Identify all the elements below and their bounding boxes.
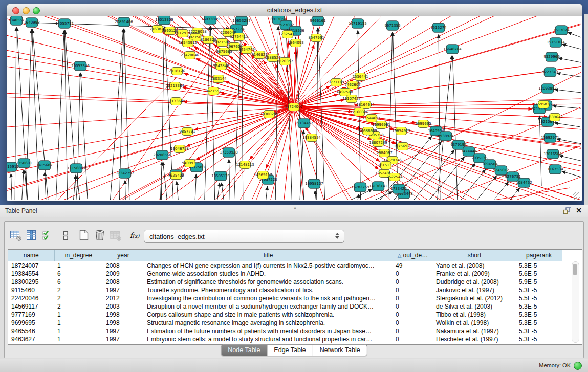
table-row[interactable]: 969969511998Structural magnetic resonanc… — [8, 319, 562, 327]
teal-graph-node[interactable]: 16648784 — [443, 45, 462, 54]
table-row[interactable]: 946554611997Estimation of the future num… — [8, 327, 562, 335]
column-header-out-de-[interactable]: △out_de… — [393, 250, 433, 261]
teal-graph-node[interactable]: 12342757 — [116, 169, 134, 178]
graph-node-label: 7515274 — [430, 26, 447, 30]
tab-node-table[interactable]: Node Table — [221, 345, 267, 356]
column-header-name[interactable]: name — [8, 250, 54, 261]
teal-graph-node[interactable]: 16958107 — [305, 179, 323, 188]
teal-graph-node[interactable]: 17016504 — [543, 149, 562, 159]
teal-graph-node[interactable]: 15751074 — [547, 38, 565, 47]
graph-edge — [14, 27, 16, 200]
table-row[interactable]: 2242004622012Investigating the contribut… — [8, 294, 562, 302]
teal-graph-node[interactable]: 15692971 — [541, 133, 559, 142]
teal-graph-node[interactable]: 16782759 — [351, 183, 369, 192]
table-cell: 1 — [54, 311, 103, 319]
teal-graph-node[interactable]: 20053346 — [71, 61, 90, 71]
function-builder-icon[interactable]: f(x) — [127, 228, 142, 243]
panel-resize-handle[interactable]: ▴ — [294, 205, 296, 210]
delete-rows-icon[interactable] — [93, 228, 107, 243]
graph-edge — [11, 173, 12, 200]
table-settings-icon[interactable] — [9, 228, 23, 243]
network-window[interactable]: citations_edges.txt 13405571640998140557… — [7, 4, 582, 201]
table-cell: Yano et al. (2008) — [433, 261, 516, 270]
graph-nodes: 1340557164099814055712208914061601330916… — [7, 16, 570, 199]
table-cell: 1997 — [103, 286, 144, 294]
graph-node-label: 1639642 — [547, 115, 562, 119]
node-table-viewport[interactable]: namein_degreeyeartitle△out_de…shortpager… — [8, 249, 582, 345]
teal-graph-node[interactable]: 1167534 — [547, 165, 563, 174]
teal-graph-node[interactable]: 9466161 — [310, 16, 325, 26]
table-header-row[interactable]: namein_degreeyeartitle△out_de…shortpager… — [8, 250, 562, 261]
graph-node-label: 23420046 — [181, 53, 199, 57]
close-panel-icon[interactable]: ✕ — [576, 206, 582, 214]
table-row[interactable]: 1456911722003Disruption of a novel membe… — [8, 302, 562, 311]
graph-node-label: 20206556 — [153, 153, 171, 157]
table-row[interactable]: 1830029562008Estimation of significance … — [8, 278, 562, 286]
new-table-icon[interactable] — [77, 228, 91, 243]
table-cell: 2003 — [103, 302, 144, 311]
teal-graph-node[interactable]: 1640998 — [24, 18, 39, 27]
column-header-year[interactable]: year — [103, 250, 144, 261]
show-column-icon[interactable] — [25, 228, 39, 243]
graph-node-label: 19654923 — [392, 129, 410, 133]
window-resize-grip[interactable] — [573, 192, 580, 200]
row-selection-icon[interactable] — [40, 228, 55, 243]
table-cell: Nakamura et al. (1997) — [433, 327, 516, 335]
table-cell: 18724007 — [8, 261, 54, 270]
yellow-graph-node[interactable]: 7462607 — [344, 81, 360, 89]
table-row[interactable]: 1872400712008Changes of HCN gene express… — [8, 261, 562, 270]
table-row[interactable]: 911546021997Tourette syndrome. Phenomeno… — [8, 286, 562, 294]
teal-graph-node[interactable]: 20206556 — [153, 150, 171, 160]
tab-network-table[interactable]: Network Table — [313, 345, 367, 356]
teal-graph-node[interactable]: 11156869 — [67, 164, 85, 173]
column-header-title[interactable]: title — [144, 250, 393, 261]
yellow-graph-node[interactable]: 12213364 — [166, 82, 184, 90]
float-panel-icon[interactable] — [563, 207, 571, 214]
yellow-graph-node[interactable]: 16046758 — [170, 145, 189, 153]
teal-graph-node[interactable]: 16033809 — [201, 16, 220, 24]
teal-graph-node[interactable]: 9329966 — [543, 52, 560, 61]
teal-graph-node[interactable]: 1084452 — [516, 178, 532, 187]
table-cell: 0 — [393, 270, 433, 278]
teal-graph-node[interactable]: 1340557 — [8, 16, 24, 25]
table-selector[interactable]: citations_edges.txt — [144, 230, 344, 243]
window-titlebar[interactable]: citations_edges.txt — [7, 4, 582, 16]
teal-graph-node[interactable]: 1517074 — [553, 26, 570, 35]
teal-graph-node[interactable]: 9671355 — [384, 21, 400, 30]
network-view[interactable]: 1340557164099814055712208914061601330916… — [7, 16, 581, 200]
teal-graph-node[interactable]: 14055712 — [55, 19, 74, 28]
scrollbar-thumb[interactable] — [573, 264, 577, 275]
yellow-graph-node[interactable]: 1864093 — [288, 39, 303, 47]
teal-graph-node[interactable]: 12093852 — [538, 84, 557, 93]
table-row[interactable]: 946362711997Embryonic stem cells: a mode… — [8, 335, 562, 343]
teal-graph-node[interactable]: 1415687 — [36, 161, 52, 170]
tab-edge-table[interactable]: Edge Table — [267, 345, 313, 356]
teal-graph-node[interactable]: 7515274 — [430, 23, 447, 32]
yellow-graph-node[interactable]: 9857791 — [179, 128, 195, 136]
table-row[interactable]: 977716911998Corpus callosum shape and si… — [8, 311, 562, 319]
column-header-pagerank[interactable]: pagerank — [516, 250, 562, 261]
teal-graph-node[interactable]: 15134457 — [295, 119, 313, 128]
network-canvas[interactable]: 1340557164099814055712208914061601330916… — [7, 16, 581, 200]
teal-graph-node[interactable]: 9245012 — [493, 166, 509, 175]
yellow-graph-node[interactable]: 19384554 — [302, 134, 321, 142]
teal-graph-node[interactable]: 10719155 — [349, 19, 367, 28]
column-header-short[interactable]: short — [433, 250, 516, 261]
table-row[interactable]: 1938455462009Genome-wide association stu… — [8, 270, 562, 278]
yellow-graph-node[interactable]: 12133649 — [167, 98, 185, 105]
column-header-in-degree[interactable]: in_degree — [54, 250, 103, 261]
graph-node-label: 8547991 — [308, 36, 324, 40]
teal-graph-node[interactable]: 9227343 — [542, 68, 558, 77]
table-selector-value: citations_edges.txt — [149, 233, 205, 240]
yellow-graph-node[interactable]: 23420046 — [181, 52, 199, 59]
yellow-graph-node[interactable]: 19654923 — [392, 127, 410, 135]
yellow-graph-node[interactable]: 8547991 — [308, 34, 324, 42]
teal-graph-node[interactable]: 8938924 — [438, 132, 454, 141]
table-vertical-scrollbar[interactable] — [572, 261, 579, 343]
teal-graph-node[interactable]: 1350601 — [16, 159, 32, 168]
split-panel-icon[interactable] — [58, 228, 73, 243]
table-cell: 2009 — [103, 270, 144, 278]
yellow-graph-node[interactable]: 2718126 — [169, 68, 185, 75]
teal-graph-node[interactable]: 1733426 — [390, 184, 407, 193]
yellow-graph-node[interactable]: 12148113 — [236, 161, 254, 169]
